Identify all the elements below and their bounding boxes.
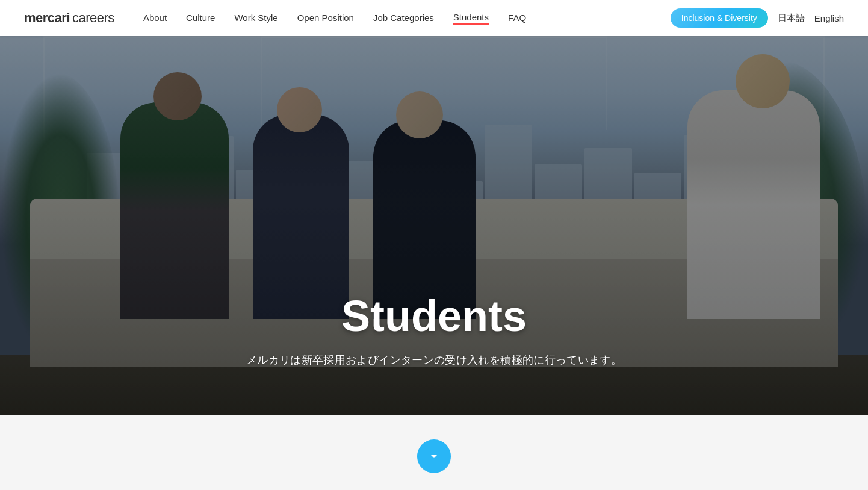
nav-link-culture[interactable]: Culture (186, 13, 215, 24)
lang-english[interactable]: English (814, 13, 844, 23)
nav-links: About Culture Work Style Open Position J… (143, 12, 671, 25)
nav-link-job-categories[interactable]: Job Categories (373, 13, 434, 24)
hero-title: Students (193, 291, 675, 341)
scroll-down-button[interactable] (417, 439, 451, 473)
nav-link-open-position[interactable]: Open Position (297, 13, 354, 24)
navbar: mercaricareers About Culture Work Style … (0, 0, 868, 36)
chevron-down-icon (427, 449, 441, 464)
nav-link-students[interactable]: Students (453, 12, 489, 25)
nav-right: Inclusion & Diversity 日本語 English (671, 8, 844, 28)
nav-link-faq[interactable]: FAQ (508, 13, 526, 24)
hero-content: Students メルカリは新卒採用およびインターンの受け入れを積極的に行ってい… (193, 291, 675, 367)
lang-japanese[interactable]: 日本語 (778, 13, 805, 24)
below-fold-section (0, 415, 868, 490)
nav-link-work-style[interactable]: Work Style (234, 13, 277, 24)
logo[interactable]: mercaricareers (24, 10, 114, 26)
inclusion-diversity-button[interactable]: Inclusion & Diversity (671, 8, 768, 28)
nav-link-about[interactable]: About (143, 13, 167, 24)
logo-careers: careers (72, 10, 114, 25)
logo-mercari: mercari (24, 10, 70, 25)
hero-section: Students メルカリは新卒採用およびインターンの受け入れを積極的に行ってい… (0, 36, 868, 415)
hero-subtitle: メルカリは新卒採用およびインターンの受け入れを積極的に行っています。 (193, 353, 675, 367)
